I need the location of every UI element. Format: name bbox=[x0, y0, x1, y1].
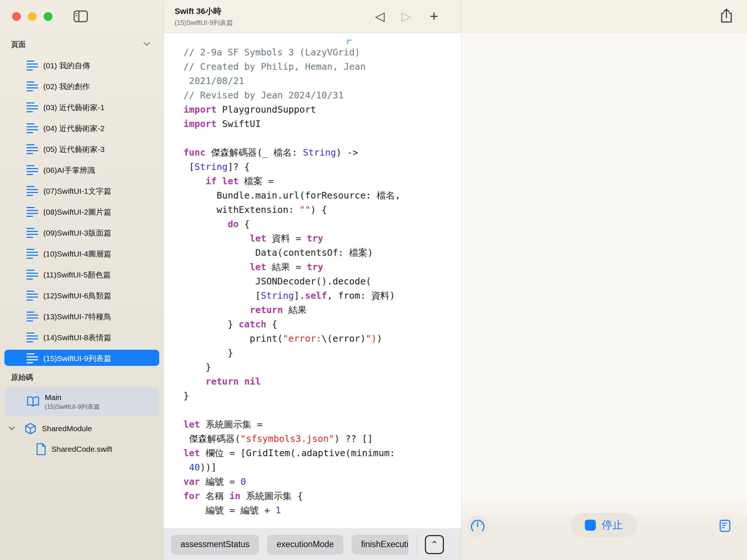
page-doc-icon bbox=[26, 186, 38, 196]
code-line: // Created by Philip, Heman, Jean bbox=[183, 59, 461, 74]
document-subtitle: (15)SwiftUI-9列表篇 bbox=[175, 18, 233, 27]
document-title: Swift 36小時 bbox=[175, 6, 221, 17]
close-window-button[interactable] bbox=[12, 12, 21, 21]
pages-collapse-chevron-icon[interactable] bbox=[143, 39, 150, 46]
page-item-label: (05) 近代藝術家-3 bbox=[43, 144, 105, 154]
bottom-bar-divider bbox=[416, 534, 417, 555]
code-line: let 欄位 = [GridItem(.adaptive(minimum: bbox=[183, 446, 461, 460]
sidebar-item-sharedcode[interactable]: SharedCode.swift bbox=[0, 439, 164, 459]
code-line: print("error:\(error)")) bbox=[183, 331, 461, 346]
code-line: [String]? { bbox=[183, 160, 461, 174]
sidebar-page-item[interactable]: (07)SwiftUI-1文字篇 bbox=[0, 181, 164, 201]
page-doc-icon bbox=[26, 353, 38, 364]
code-line: do { bbox=[183, 217, 461, 231]
code-line: Bundle.main.url(forResource: 檔名, bbox=[183, 188, 461, 203]
sidebar-item-sharedmodule[interactable]: SharedModule bbox=[0, 418, 164, 439]
page-item-label: (12)SwiftUI-6鳥類篇 bbox=[43, 291, 112, 301]
sidebar-page-item[interactable]: (05) 近代藝術家-3 bbox=[0, 139, 164, 160]
page-doc-icon bbox=[26, 102, 38, 113]
page-item-label: (15)SwiftUI-9列表篇 bbox=[43, 353, 112, 364]
share-icon[interactable] bbox=[718, 8, 735, 24]
page-item-label: (04) 近代藝術家-2 bbox=[43, 123, 105, 134]
code-line: } bbox=[183, 346, 461, 360]
sidebar-page-item[interactable]: (06)AI手掌辨識 bbox=[0, 160, 164, 181]
code-line: 2021/08/21 bbox=[183, 74, 461, 88]
shared-code-label: SharedCode.swift bbox=[51, 445, 112, 454]
code-line: // Revised by Jean 2024/10/31 bbox=[183, 88, 461, 102]
code-line: [String].self, from: 資料) bbox=[183, 288, 461, 303]
editor-bottom-bar: assessmentStatus executionMode finishExe… bbox=[164, 528, 461, 560]
page-doc-icon bbox=[26, 228, 38, 238]
page-item-label: (09)SwiftUI-3版面篇 bbox=[43, 228, 112, 238]
stop-square-icon bbox=[585, 520, 596, 531]
page-item-label: (14)SwiftUI-8表情篇 bbox=[43, 332, 112, 343]
pill-executionmode[interactable]: executionMode bbox=[267, 535, 343, 554]
sidebar-page-item[interactable]: (12)SwiftUI-6鳥類篇 bbox=[0, 285, 164, 306]
sidebar-page-item[interactable]: (10)SwiftUI-4圖層篇 bbox=[0, 243, 164, 264]
code-line bbox=[183, 131, 461, 145]
code-line: func 傑森解碼器(_ 檔名: String) -> bbox=[183, 145, 461, 160]
code-line: for 名稱 in 系統圖示集 { bbox=[183, 489, 461, 503]
add-button[interactable]: + bbox=[426, 8, 442, 24]
editor-header: Swift 36小時 (15)SwiftUI-9列表篇 ◁ ▷ + bbox=[164, 0, 461, 33]
code-area[interactable]: // 2-9a SF Symbols 3 (LazyVGrid)// Creat… bbox=[164, 33, 461, 528]
code-line: return 結果 bbox=[183, 303, 461, 317]
sidebar-page-item[interactable]: (02) 我的創作 bbox=[0, 76, 164, 97]
page-item-label: (11)SwiftUI-5顏色篇 bbox=[43, 270, 111, 280]
sources-section-title: 原始碼 bbox=[11, 372, 33, 382]
sidebar-page-item[interactable]: (11)SwiftUI-5顏色篇 bbox=[0, 264, 164, 285]
collapse-chevron-up-button[interactable]: ⌃ bbox=[425, 535, 444, 554]
page-item-label: (02) 我的創作 bbox=[43, 81, 90, 92]
code-line: withExtension: "") { bbox=[183, 203, 461, 217]
minimize-window-button[interactable] bbox=[28, 12, 37, 21]
page-item-label: (13)SwiftUI-7特種鳥 bbox=[43, 312, 112, 322]
code-line: 40))] bbox=[183, 460, 461, 474]
performance-gauge-button[interactable] bbox=[467, 516, 489, 538]
sidebar-page-item[interactable]: (09)SwiftUI-3版面篇 bbox=[0, 222, 164, 243]
code-line: JSONDecoder().decode( bbox=[183, 274, 461, 288]
sidebar-page-item[interactable]: (04) 近代藝術家-2 bbox=[0, 118, 164, 139]
sidebar: 頁面 (01) 我的自傳(02) 我的創作(03) 近代藝術家-1(04) 近代… bbox=[0, 0, 164, 560]
pill-finishexecution[interactable]: finishExecuti bbox=[351, 535, 408, 554]
page-item-label: (08)SwiftUI-2圖片篇 bbox=[43, 207, 112, 217]
page-doc-icon bbox=[26, 165, 38, 175]
sidebar-item-main[interactable]: Main (15)SwiftUI-9列表篇 bbox=[5, 387, 158, 417]
page-item-label: (01) 我的自傳 bbox=[43, 61, 90, 71]
module-cube-icon bbox=[24, 422, 37, 435]
live-view-panel: [雪]Swift 程式設計 ⇧⇧⇧⇧⇧⇩⇩⇧⇧⇩⇩⇥⇥✎✎✎✗✏✏∿∿✐✎✑✑✑… bbox=[462, 0, 747, 560]
sidebar-page-item[interactable]: (14)SwiftUI-8表情篇 bbox=[0, 327, 164, 348]
pages-section-title: 頁面 bbox=[11, 40, 26, 50]
sidebar-page-item[interactable]: (15)SwiftUI-9列表篇 bbox=[0, 348, 164, 369]
sidebar-toggle-icon[interactable] bbox=[73, 10, 88, 22]
page-doc-icon bbox=[26, 123, 38, 134]
code-line: import SwiftUI bbox=[183, 117, 461, 131]
preview-header bbox=[462, 0, 747, 33]
page-doc-icon bbox=[26, 249, 38, 259]
page-item-label: (07)SwiftUI-1文字篇 bbox=[43, 186, 112, 196]
page-item-label: (10)SwiftUI-4圖層篇 bbox=[43, 249, 112, 259]
app-window: 頁面 (01) 我的自傳(02) 我的創作(03) 近代藝術家-1(04) 近代… bbox=[0, 0, 747, 560]
page-doc-icon bbox=[26, 144, 38, 154]
book-icon bbox=[26, 396, 40, 407]
sidebar-page-item[interactable]: (03) 近代藝術家-1 bbox=[0, 97, 164, 118]
code-line: let 資料 = try bbox=[183, 231, 461, 246]
stop-button[interactable]: 停止 bbox=[571, 513, 637, 537]
console-log-button[interactable] bbox=[714, 514, 736, 537]
main-item-subtitle: (15)SwiftUI-9列表篇 bbox=[45, 403, 100, 411]
navigate-forward-button[interactable]: ▷ bbox=[398, 8, 414, 24]
sidebar-page-item[interactable]: (01) 我的自傳 bbox=[0, 55, 164, 76]
page-doc-icon bbox=[26, 81, 38, 92]
sidebar-page-item[interactable]: (08)SwiftUI-2圖片篇 bbox=[0, 201, 164, 222]
code-line: return nil bbox=[183, 374, 461, 389]
navigate-back-button[interactable]: ◁ bbox=[372, 8, 388, 24]
zoom-window-button[interactable] bbox=[44, 12, 52, 21]
code-line: 傑森解碼器("sfsymbols3.json") ?? [] bbox=[183, 432, 461, 446]
page-list: (01) 我的自傳(02) 我的創作(03) 近代藝術家-1(04) 近代藝術家… bbox=[0, 55, 164, 369]
page-doc-icon bbox=[26, 61, 38, 71]
code-line: let 系統圖示集 = bbox=[183, 417, 461, 432]
pill-assessmentstatus[interactable]: assessmentStatus bbox=[171, 535, 259, 554]
page-item-label: (06)AI手掌辨識 bbox=[43, 165, 95, 175]
sidebar-page-item[interactable]: (13)SwiftUI-7特種鳥 bbox=[0, 306, 164, 327]
page-doc-icon bbox=[26, 270, 38, 280]
module-label: SharedModule bbox=[42, 424, 92, 433]
